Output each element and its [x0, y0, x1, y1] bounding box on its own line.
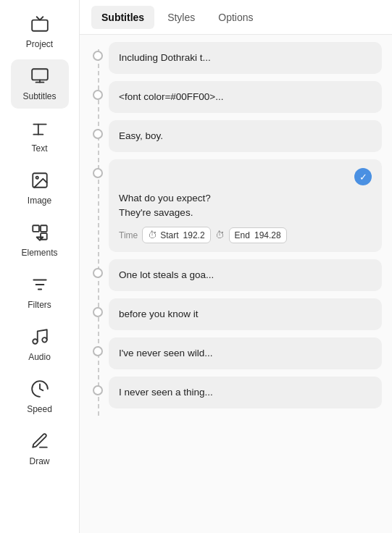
sidebar-item-label: Filters — [28, 300, 51, 310]
sidebar-item-label: Subtitles — [22, 91, 56, 101]
tab-subtitles[interactable]: Subtitles — [91, 6, 154, 29]
start-label: Start — [160, 230, 178, 240]
subtitle-entry[interactable]: One lot steals a goa... — [109, 259, 392, 291]
text-icon — [30, 119, 49, 140]
timeline-dot — [93, 385, 103, 395]
subtitle-card[interactable]: One lot steals a goa... — [109, 259, 382, 291]
timeline-dot — [93, 90, 103, 100]
subtitles-icon — [30, 67, 49, 88]
timeline: Including Dothraki t...<font color=#00FF… — [87, 42, 392, 423]
subtitle-text: <font color=#00FF00>... — [119, 90, 372, 104]
subtitle-text: Including Dothraki t... — [119, 51, 372, 65]
subtitle-entry[interactable]: Easy, boy. — [109, 120, 392, 152]
subtitle-text: I've never seen wild... — [119, 346, 372, 361]
subtitle-text: before you know it — [119, 307, 372, 322]
sidebar-item-label: Image — [28, 196, 51, 206]
svg-point-16 — [33, 339, 38, 344]
audio-icon — [30, 327, 49, 349]
elements-icon — [30, 223, 49, 245]
speed-icon — [30, 379, 49, 401]
end-value: 194.28 — [254, 230, 281, 240]
subtitle-card[interactable]: I never seen a thing... — [109, 377, 382, 408]
project-icon — [30, 14, 49, 36]
timeline-dot — [93, 129, 103, 139]
sidebar-item-text[interactable]: Text — [11, 112, 69, 161]
subtitle-card[interactable]: ✓What do you expect? They're savages.Tim… — [109, 159, 382, 252]
sidebar-item-label: Draw — [29, 456, 49, 466]
sidebar: ProjectSubtitlesTextImageElementsFilters… — [0, 0, 80, 533]
subtitle-card[interactable]: I've never seen wild... — [109, 337, 382, 369]
subtitle-card[interactable]: Easy, boy. — [109, 120, 382, 152]
subtitle-card[interactable]: before you know it — [109, 298, 382, 330]
timeline-dot — [93, 268, 103, 278]
tab-styles[interactable]: Styles — [157, 6, 205, 29]
start-time-input[interactable]: ⏱Start192.2 — [142, 227, 210, 243]
time-separator: ⏱ — [215, 230, 225, 240]
subtitle-text: I never seen a thing... — [119, 385, 372, 400]
subtitle-text: One lot steals a goa... — [119, 268, 372, 282]
sidebar-item-filters[interactable]: Filters — [11, 268, 69, 317]
time-row: Time⏱Start192.2⏱End194.28 — [119, 227, 372, 243]
svg-rect-9 — [33, 225, 39, 232]
subtitle-entry[interactable]: ✓What do you expect? They're savages.Tim… — [109, 159, 392, 252]
sidebar-item-subtitles[interactable]: Subtitles — [11, 59, 69, 109]
svg-point-8 — [36, 177, 38, 179]
subtitle-entry[interactable]: Including Dothraki t... — [109, 42, 392, 74]
draw-icon — [30, 432, 49, 453]
timeline-dot — [93, 51, 103, 61]
sidebar-item-draw[interactable]: Draw — [11, 424, 69, 474]
main-panel: SubtitlesStylesOptions Including Dothrak… — [80, 0, 392, 533]
sidebar-item-image[interactable]: Image — [11, 164, 69, 213]
tab-options[interactable]: Options — [208, 6, 263, 29]
start-value: 192.2 — [183, 230, 205, 240]
sidebar-item-label: Project — [26, 39, 53, 49]
sidebar-item-label: Elements — [21, 248, 57, 258]
time-label: Time — [119, 230, 138, 240]
timeline-dot — [93, 168, 103, 178]
subtitle-text: Easy, boy. — [119, 129, 372, 143]
sidebar-item-project[interactable]: Project — [11, 7, 69, 56]
timeline-dot — [93, 307, 103, 317]
svg-rect-1 — [32, 69, 48, 80]
end-time-input[interactable]: End194.28 — [229, 227, 287, 243]
image-icon — [30, 171, 49, 193]
check-badge: ✓ — [354, 168, 372, 185]
subtitle-entry[interactable]: <font color=#00FF00>... — [109, 81, 392, 113]
filters-icon — [30, 275, 49, 297]
subtitle-entry[interactable]: I never seen a thing... — [109, 377, 392, 408]
sidebar-item-audio[interactable]: Audio — [11, 320, 69, 369]
sidebar-item-label: Text — [31, 143, 47, 154]
svg-point-17 — [42, 337, 47, 343]
sidebar-item-label: Speed — [27, 404, 52, 414]
svg-rect-0 — [32, 20, 48, 31]
subtitle-entry[interactable]: I've never seen wild... — [109, 337, 392, 369]
sidebar-item-label: Audio — [28, 352, 51, 362]
clock-icon: ⏱ — [148, 230, 157, 240]
subtitle-card[interactable]: <font color=#00FF00>... — [109, 81, 382, 113]
end-label: End — [235, 230, 250, 240]
timeline-dot — [93, 346, 103, 356]
subtitle-text: What do you expect? They're savages. — [119, 191, 372, 219]
subtitle-card[interactable]: Including Dothraki t... — [109, 42, 382, 74]
svg-rect-10 — [41, 225, 47, 232]
sidebar-item-speed[interactable]: Speed — [11, 372, 69, 421]
subtitle-list[interactable]: Including Dothraki t...<font color=#00FF… — [80, 35, 392, 533]
subtitle-entry[interactable]: before you know it — [109, 298, 392, 330]
sidebar-item-elements[interactable]: Elements — [11, 216, 69, 265]
tab-bar: SubtitlesStylesOptions — [80, 0, 392, 35]
